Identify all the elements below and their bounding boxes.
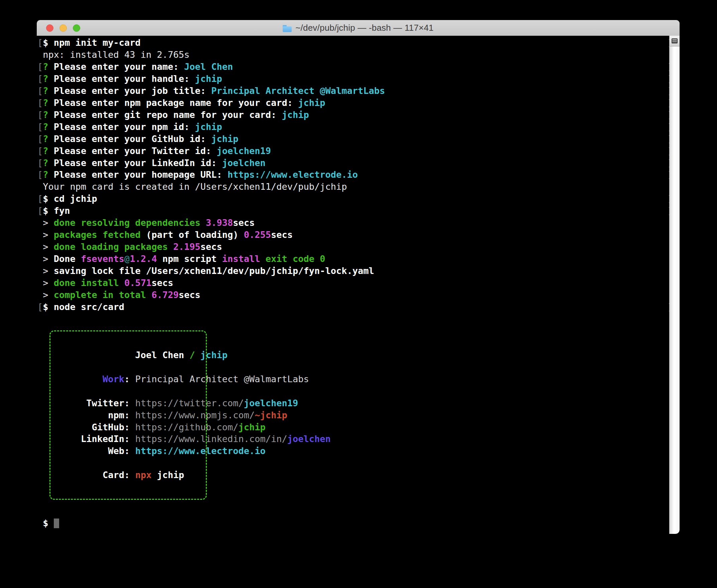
title-wrap: ~/dev/pub/jchip — -bash — 117×41: [283, 23, 434, 33]
scrollbar-marks-button[interactable]: [670, 36, 680, 46]
terminal-output: [$ npm init my-card] npx: installed 43 i…: [37, 37, 669, 529]
zoom-icon[interactable]: [73, 24, 80, 32]
terminal-row: [? Please enter git repo name for your c…: [37, 109, 669, 121]
terminal-row: > packages fetched (part of loading) 0.2…: [37, 229, 669, 241]
window-title: ~/dev/pub/jchip — -bash — 117×41: [295, 23, 434, 33]
terminal-row: [37, 313, 669, 325]
terminal-row: $: [37, 517, 669, 529]
terminal-row: GitHub: https://github.com/jchip: [37, 421, 669, 433]
terminal-row: npm: https://www.npmjs.com/~jchip: [37, 409, 669, 421]
marks-icon: [672, 38, 678, 43]
terminal-row: [? Please enter your LinkedIn id: joelch…: [37, 157, 669, 169]
terminal-row: [? Please enter your homepage URL: https…: [37, 169, 669, 181]
text-cursor: [54, 519, 59, 528]
folder-icon: [283, 25, 292, 32]
terminal-row: [37, 457, 669, 469]
terminal-row: [37, 493, 669, 505]
terminal-row: npx: installed 43 in 2.765s: [37, 49, 669, 61]
terminal-row: LinkedIn: https://www.linkedin.com/in/jo…: [37, 433, 669, 445]
minimize-icon[interactable]: [60, 24, 67, 32]
terminal-row: Card: npx jchip: [37, 469, 669, 481]
traffic-lights: [46, 20, 80, 36]
terminal-row: > done resolving dependencies 3.938secs: [37, 217, 669, 229]
terminal-row: Work: Principal Architect @WalmartLabs: [37, 373, 669, 385]
terminal-row: [37, 337, 669, 349]
terminal-row: [37, 385, 669, 397]
desktop-background: ~/dev/pub/jchip — -bash — 117×41 [$ npm …: [0, 0, 717, 588]
terminal-row: [37, 325, 669, 337]
terminal-row: [? Please enter your Twitter id: joelche…: [37, 145, 669, 157]
terminal-row: [$ node src/card]: [37, 301, 669, 313]
scrollbar[interactable]: [669, 36, 680, 534]
terminal-row: [$ fyn]: [37, 205, 669, 217]
terminal-row: [$ npm init my-card]: [37, 37, 669, 49]
terminal-row: > complete in total 6.729secs: [37, 289, 669, 301]
terminal-content[interactable]: [$ npm init my-card] npx: installed 43 i…: [37, 36, 669, 534]
terminal-row: > done loading packages 2.195secs: [37, 241, 669, 253]
terminal-row: > done install 0.571secs: [37, 277, 669, 289]
terminal-row: Web: https://www.electrode.io: [37, 445, 669, 457]
terminal-row: [? Please enter your GitHub id: jchip]: [37, 133, 669, 145]
terminal-row: [$ cd jchip]: [37, 193, 669, 205]
terminal-row: [? Please enter npm package name for you…: [37, 97, 669, 109]
terminal-row: [? Please enter your npm id: jchip]: [37, 121, 669, 133]
terminal-row: > saving lock file /Users/xchen11/dev/pu…: [37, 265, 669, 277]
terminal-row: [? Please enter your name: Joel Chen]: [37, 61, 669, 73]
terminal-row: [37, 505, 669, 517]
terminal-row: [37, 361, 669, 373]
terminal-row: [? Please enter your job title: Principa…: [37, 85, 669, 97]
terminal-row: [37, 481, 669, 493]
terminal-row: Twitter: https://twitter.com/joelchen19: [37, 397, 669, 409]
terminal-row: Your npm card is created in /Users/xchen…: [37, 181, 669, 193]
terminal-row: > Done fsevents@1.2.4 npm script install…: [37, 253, 669, 265]
terminal-window: ~/dev/pub/jchip — -bash — 117×41 [$ npm …: [37, 20, 680, 534]
terminal-row: [? Please enter your handle: jchip]: [37, 73, 669, 85]
titlebar[interactable]: ~/dev/pub/jchip — -bash — 117×41: [37, 20, 680, 36]
terminal-row: Joel Chen / jchip: [37, 349, 669, 361]
close-icon[interactable]: [46, 24, 54, 32]
